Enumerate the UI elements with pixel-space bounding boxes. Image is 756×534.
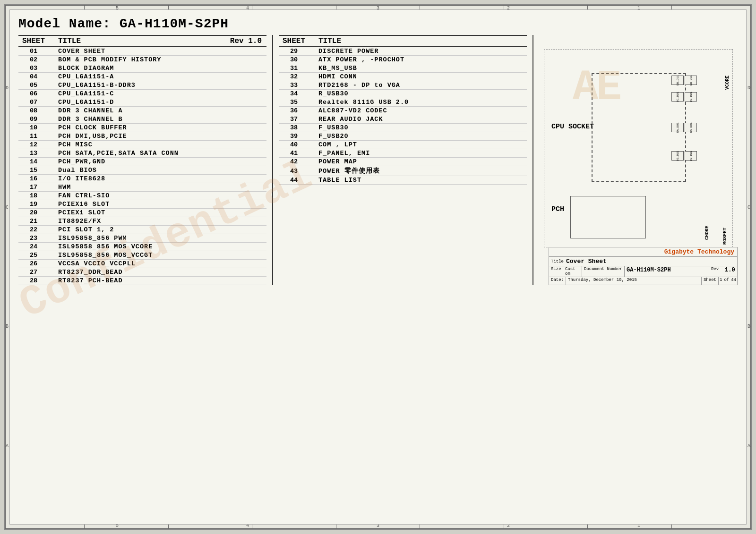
phase-block-2: DC_DU1 DC_DU1 [671,92,697,102]
left-table-row: 15 Dual BIOS [18,166,266,175]
tick-letter-right-b: B [747,324,750,329]
sheet-title: COM , LPT [309,141,517,149]
pch-box [570,196,646,238]
left-table-row: 05 CPU_LGA1151-B-DDR3 [18,81,266,90]
sheet-title: PCH_PWR,GND [49,158,216,166]
left-table-row: 28 RT8237_PCH-BEAD [18,277,266,285]
right-table-row: 34 R_USB30 [279,90,527,98]
sheet-number: 44 [279,176,309,185]
footer-size-label: Size [549,266,563,277]
sheet-title: KB_MS_USB [309,64,517,73]
sheet-number: 01 [18,47,49,56]
sheet-number: 16 [18,175,49,183]
left-table-row: 20 PCIEX1 SLOT [18,209,266,217]
right-table-row: 42 POWER MAP [279,158,527,166]
sheet-number: 32 [279,73,309,81]
left-table-row: 18 FAN CTRL-SIO [18,192,266,200]
left-table-row: 25 ISL95858_856 MOS_VCCGT [18,251,266,260]
left-table-row: 01 COVER SHEET [18,47,266,56]
sheet-number: 30 [279,56,309,64]
tick-letter-right-a: A [747,443,750,449]
left-table-row: 09 DDR 3 CHANNEL B [18,115,266,124]
sheet-number: 25 [18,251,49,260]
sheet-title: TABLE LIST [309,176,517,185]
tick-letter-left-a: A [6,443,9,449]
sheet-title: RT8237_DDR_BEAD [49,268,216,277]
sheet-title: PCI SLOT 1, 2 [49,226,216,234]
right-table-row: 37 REAR AUDIO JACK [279,115,527,124]
sheet-number: 18 [18,192,49,200]
sheet-number: 10 [18,124,49,132]
mosfet-label: MOSFET [722,228,728,245]
right-table-row: 33 RTD2168 - DP to VGA [279,81,527,90]
sheet-number: 06 [18,90,49,98]
footer-sheet-value: 1 [719,277,723,285]
left-title-header: TITLE [49,35,216,47]
sheet-title: CPU_LGA1151-C [49,90,216,98]
tick-letter-right-c: C [747,205,750,210]
sheet-number: 17 [18,183,49,192]
sheet-number: 04 [18,73,49,81]
cpu-socket-label: CPU SOCKET [551,123,594,131]
left-table-section: SHEET TITLE Rev 1.0 01 COVER SHEET 02 BO… [18,35,266,285]
sheet-number: 42 [279,158,309,166]
left-table-row: 14 PCH_PWR,GND [18,158,266,166]
right-sheet-header: SHEET [279,35,309,47]
sheet-number: 31 [279,64,309,73]
right-table-row: 38 F_USB30 [279,124,527,132]
sheet-number: 22 [18,226,49,234]
left-table-row: 08 DDR 3 CHANNEL A [18,107,266,115]
footer-rev-label: Rev [709,266,723,277]
sheet-number: 05 [18,81,49,90]
sheet-title: Dual BIOS [49,166,216,175]
sheet-number: 03 [18,64,49,73]
sheet-number: 40 [279,141,309,149]
sheet-number: 38 [279,124,309,132]
left-table-row: 06 CPU_LGA1151-C [18,90,266,98]
model-title: Model Name: GA-H110M-S2PH [18,17,738,31]
footer-rev-value: 1.0 [723,266,737,277]
sheet-title: ATX POWER , -PROCHOT [309,56,517,64]
phase-block-4: DB_DU2 DB_DU2 [671,151,697,161]
sheet-number: 27 [18,268,49,277]
sheet-title: F_USB20 [309,132,517,141]
right-diagram-section: AE CPU SOCKET PCH VCORE [539,35,738,285]
sheet-title: REAR AUDIO JACK [309,115,517,124]
sheet-title: CPU_LGA1151-D [49,98,216,107]
right-table-row: 36 ALC887-VD2 CODEC [279,107,527,115]
left-table-row: 12 PCH MISC [18,141,266,149]
sheet-title: Realtek 8111G USB 2.0 [309,98,517,107]
sheet-number: 21 [18,217,49,226]
footer-of-value: 44 [730,277,737,285]
footer-company: Gigabyte Technology [549,247,737,257]
left-table-row: 22 PCI SLOT 1, 2 [18,226,266,234]
right-table-row: 29 DISCRETE POWER [279,47,527,56]
sheet-number: 28 [18,277,49,285]
sheet-title: ISL95858_856 PWM [49,234,216,243]
right-table-row: 40 COM , LPT [279,141,527,149]
right-table-row: 39 F_USB20 [279,132,527,141]
sheet-title: CPU_LGA1151-B-DDR3 [49,81,216,90]
right-table-row: 32 HDMI CONN [279,73,527,81]
left-table-row: 16 I/O ITE8628 [18,175,266,183]
right-title-header: TITLE [309,35,517,47]
sheet-title: PCH DMI,USB,PCIE [49,132,216,141]
footer-title-value: Cover Sheet [563,257,737,266]
sheet-title: BLOCK DIAGRAM [49,64,216,73]
left-table-row: 26 VCCSA_VCCIO_VCCPLL [18,260,266,268]
footer-table: Gigabyte Technology Title Cover Sheet Si… [549,247,738,285]
sheet-number: 37 [279,115,309,124]
sheet-title: F_PANEL, EMI [309,149,517,158]
sheet-title: BOM & PCB MODIFY HISTORY [49,56,216,64]
sheet-number: 39 [279,132,309,141]
sheet-title: R_USB30 [309,90,517,98]
sheet-title: PCIEX1 SLOT [49,209,216,217]
left-table-row: 02 BOM & PCB MODIFY HISTORY [18,56,266,64]
left-table-row: 24 ISL95858_856 MOS_VCORE [18,243,266,251]
sheet-number: 08 [18,107,49,115]
left-table-row: 11 PCH DMI,USB,PCIE [18,132,266,141]
sheet-number: 23 [18,234,49,243]
sheet-number: 07 [18,98,49,107]
rev-header: Rev 1.0 [216,35,266,47]
sheet-title: VCCSA_VCCIO_VCCPLL [49,260,216,268]
